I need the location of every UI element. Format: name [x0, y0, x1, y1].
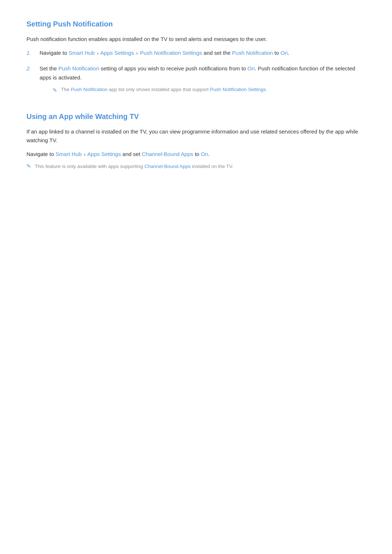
- push-notification-link-2[interactable]: Push Notification: [58, 65, 99, 71]
- section2-note-text: This feature is only available with apps…: [35, 163, 233, 171]
- push-notification-link-1[interactable]: Push Notification: [232, 50, 273, 56]
- smart-hub-link-1[interactable]: Smart Hub: [69, 50, 95, 56]
- section2-note: ✎ This feature is only available with ap…: [26, 163, 366, 171]
- chevron-1: ›: [97, 50, 98, 56]
- step-1-content: Navigate to Smart Hub › Apps Settings › …: [40, 49, 366, 58]
- step-2-number: 2.: [26, 64, 40, 73]
- pencil-icon-1: ✎: [53, 86, 57, 95]
- channel-bound-apps-link-2[interactable]: Channel-Bound Apps: [144, 164, 191, 169]
- section2-title: Using an App while Watching TV: [26, 112, 366, 121]
- section1-intro: Push notification function enables apps …: [26, 35, 366, 44]
- chevron-3: ›: [84, 152, 85, 157]
- channel-bound-apps-link-1[interactable]: Channel-Bound Apps: [142, 151, 193, 157]
- on-value-2: On: [248, 65, 255, 71]
- push-notification-settings-link-2[interactable]: Push Notification Settings: [210, 87, 266, 92]
- step-2-content: Set the Push Notification setting of app…: [40, 64, 366, 98]
- apps-settings-link-1[interactable]: Apps Settings: [101, 50, 134, 56]
- chevron-2: ›: [136, 50, 138, 56]
- apps-settings-link-2[interactable]: Apps Settings: [87, 151, 121, 157]
- step-1: 1. Navigate to Smart Hub › Apps Settings…: [26, 49, 366, 58]
- section2-intro: If an app linked to a channel is install…: [26, 127, 366, 145]
- navigate-line: Navigate to Smart Hub › Apps Settings an…: [26, 150, 366, 159]
- push-notification-settings-link-1[interactable]: Push Notification Settings: [140, 50, 202, 56]
- on-value-1: On: [281, 50, 288, 56]
- section1-title: Setting Push Notification: [26, 20, 366, 28]
- steps-list: 1. Navigate to Smart Hub › Apps Settings…: [26, 49, 366, 98]
- pencil-icon-2: ✎: [26, 163, 31, 169]
- step-2-note: ✎ The Push Notification app list only sh…: [53, 86, 366, 95]
- step-1-number: 1.: [26, 49, 40, 58]
- step-2-note-text: The Push Notification app list only show…: [61, 86, 267, 94]
- smart-hub-link-2[interactable]: Smart Hub: [56, 151, 82, 157]
- step-2: 2. Set the Push Notification setting of …: [26, 64, 366, 98]
- on-value-3: On: [201, 151, 208, 157]
- push-notification-link-3[interactable]: Push Notification: [71, 87, 107, 92]
